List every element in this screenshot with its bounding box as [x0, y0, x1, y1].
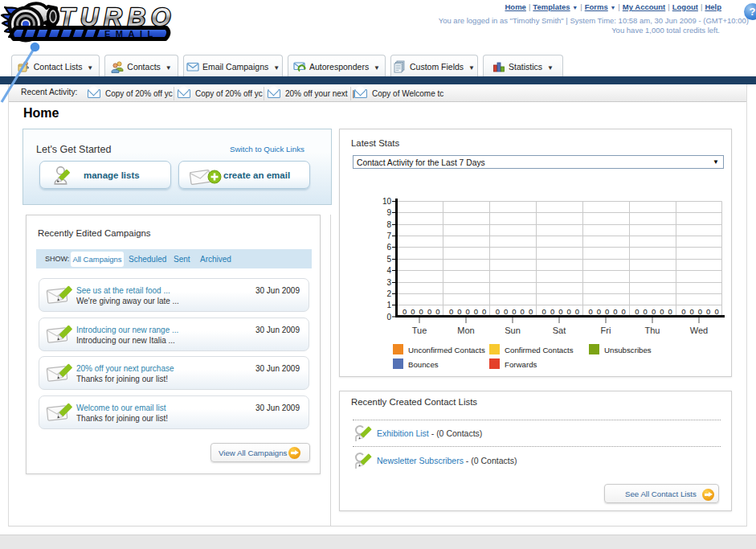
svg-text:0: 0 — [427, 307, 431, 316]
svg-text:0: 0 — [449, 307, 453, 316]
svg-text:0: 0 — [605, 307, 609, 316]
svg-text:Sun: Sun — [505, 326, 521, 335]
svg-text:0: 0 — [575, 307, 579, 316]
svg-text:0: 0 — [588, 307, 592, 316]
svg-text:0: 0 — [652, 307, 656, 316]
svg-text:4: 4 — [386, 266, 391, 275]
svg-text:0: 0 — [482, 307, 486, 316]
svg-text:0: 0 — [457, 307, 461, 316]
svg-text:Mon: Mon — [457, 326, 474, 335]
svg-text:0: 0 — [403, 307, 407, 316]
svg-text:0: 0 — [567, 307, 571, 316]
svg-text:7: 7 — [386, 231, 391, 240]
svg-text:0: 0 — [411, 307, 415, 316]
svg-text:Wed: Wed — [690, 326, 708, 335]
svg-text:0: 0 — [419, 307, 423, 316]
svg-text:EMAIL: EMAIL — [104, 29, 158, 39]
svg-text:0: 0 — [504, 307, 508, 316]
svg-text:1: 1 — [386, 301, 391, 309]
svg-text:0: 0 — [714, 307, 718, 316]
svg-text:0: 0 — [668, 307, 672, 316]
svg-text:0: 0 — [635, 307, 639, 316]
svg-text:5: 5 — [386, 255, 391, 264]
svg-text:0: 0 — [644, 307, 648, 316]
svg-text:0: 0 — [474, 307, 478, 316]
svg-text:0: 0 — [386, 313, 391, 322]
svg-text:9: 9 — [386, 208, 391, 217]
svg-text:0: 0 — [550, 307, 554, 316]
svg-text:0: 0 — [521, 307, 525, 316]
svg-text:0: 0 — [660, 307, 664, 316]
svg-text:0: 0 — [512, 307, 516, 316]
svg-text:0: 0 — [496, 307, 500, 316]
svg-text:0: 0 — [466, 307, 470, 316]
svg-text:8: 8 — [386, 220, 391, 229]
svg-text:0: 0 — [597, 307, 601, 316]
svg-text:0: 0 — [698, 307, 702, 316]
svg-text:0: 0 — [613, 307, 617, 316]
svg-text:0: 0 — [690, 307, 694, 316]
svg-text:0: 0 — [542, 307, 546, 316]
svg-text:3: 3 — [386, 278, 391, 287]
svg-text:Fri: Fri — [601, 326, 611, 335]
svg-text:10: 10 — [382, 197, 392, 206]
svg-text:0: 0 — [558, 307, 562, 316]
svg-text:0: 0 — [681, 307, 685, 316]
svg-text:0: 0 — [435, 307, 439, 316]
svg-text:2: 2 — [386, 289, 391, 298]
svg-text:0: 0 — [529, 307, 533, 316]
svg-text:Tue: Tue — [412, 326, 427, 335]
svg-text:Sat: Sat — [553, 326, 566, 335]
svg-text:6: 6 — [386, 243, 391, 252]
svg-text:0: 0 — [706, 307, 710, 316]
svg-text:0: 0 — [622, 307, 626, 316]
svg-text:Thu: Thu — [645, 326, 660, 335]
